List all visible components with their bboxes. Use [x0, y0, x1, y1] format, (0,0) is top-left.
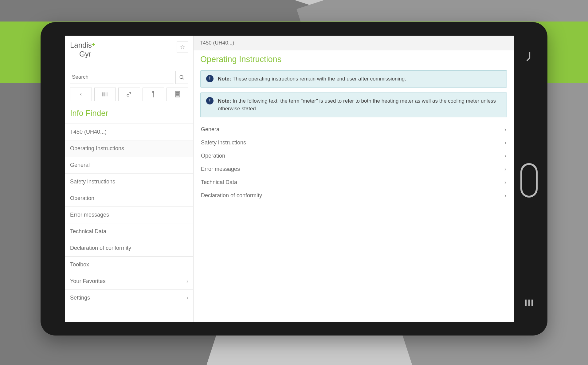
search-input[interactable]: [70, 71, 174, 84]
svg-rect-4: [104, 92, 104, 96]
barcode-button[interactable]: [94, 88, 116, 101]
svg-rect-3: [103, 92, 103, 96]
flashlight-button[interactable]: [143, 88, 164, 101]
search-button[interactable]: [175, 71, 188, 84]
link-technical-data[interactable]: Technical Data›: [200, 176, 507, 189]
chevron-right-icon: ›: [504, 166, 506, 172]
sidebar: Landis+ Gyr ☆: [65, 36, 194, 322]
brand-line1: Landis: [70, 41, 92, 49]
nav-t450[interactable]: T450 (UH40...): [65, 124, 193, 140]
svg-rect-6: [106, 92, 106, 96]
link-declaration[interactable]: Declaration of conformity›: [200, 189, 507, 202]
link-errors[interactable]: Error messages›: [200, 163, 507, 176]
chevron-right-icon: ›: [504, 139, 506, 146]
tablet-back-icon[interactable]: [525, 51, 533, 62]
toolbar: [65, 84, 193, 107]
nav-error-messages[interactable]: Error messages: [65, 206, 193, 223]
svg-rect-2: [102, 92, 103, 96]
note-2: ! Note: In the following text, the term …: [200, 92, 507, 117]
satellite-button[interactable]: [118, 88, 140, 101]
nav-general[interactable]: General: [65, 157, 193, 173]
back-button[interactable]: [70, 88, 92, 101]
svg-rect-20: [525, 300, 527, 306]
nav-safety[interactable]: Safety instructions: [65, 173, 193, 190]
tablet-home-button[interactable]: [520, 163, 538, 198]
chevron-right-icon: ›: [186, 278, 188, 285]
star-icon: ☆: [180, 44, 185, 50]
svg-point-18: [177, 96, 178, 96]
tablet-hardware-buttons: [520, 22, 538, 336]
link-safety[interactable]: Safety instructions›: [200, 136, 507, 149]
svg-rect-22: [531, 300, 533, 306]
nav-operating-instructions[interactable]: Operating Instructions: [65, 140, 193, 157]
note-label: Note:: [218, 76, 231, 82]
section-links: General› Safety instructions› Operation›…: [200, 123, 507, 202]
brand-line2: Gyr: [78, 49, 91, 59]
main-panel: T450 (UH40...) Operating Instructions ! …: [194, 36, 514, 322]
svg-rect-21: [528, 300, 530, 306]
nav-toolbox[interactable]: Toolbox: [65, 256, 193, 273]
nav-operation[interactable]: Operation: [65, 190, 193, 206]
note-1: ! Note: These operating instructions rem…: [200, 70, 507, 88]
nav-settings[interactable]: Settings ›: [65, 289, 193, 306]
tablet-recent-icon[interactable]: [525, 299, 533, 306]
svg-point-16: [178, 94, 179, 95]
info-icon: !: [206, 97, 214, 104]
svg-rect-10: [152, 91, 154, 92]
chevron-left-icon: [79, 92, 83, 96]
svg-marker-11: [152, 92, 154, 97]
note-2-text: In the following text, the term "meter" …: [218, 98, 496, 112]
satellite-icon: [126, 91, 132, 97]
svg-rect-5: [105, 92, 105, 96]
app-screen: Landis+ Gyr ☆: [65, 36, 514, 322]
svg-rect-7: [107, 92, 107, 96]
chevron-right-icon: ›: [186, 295, 188, 301]
svg-point-17: [176, 96, 177, 96]
barcode-icon: [102, 92, 108, 97]
svg-line-1: [182, 78, 184, 79]
nav-declaration[interactable]: Declaration of conformity: [65, 240, 193, 256]
breadcrumb[interactable]: T450 (UH40...): [194, 36, 514, 50]
svg-point-14: [176, 94, 177, 95]
svg-rect-13: [176, 92, 179, 93]
info-icon: !: [206, 75, 214, 82]
sidebar-title: Info Finder: [65, 107, 193, 124]
brand-logo: Landis+ Gyr: [70, 41, 95, 59]
link-general[interactable]: General›: [200, 123, 507, 136]
search-icon: [179, 75, 185, 80]
nav-favorites[interactable]: Your Favorites ›: [65, 273, 193, 289]
note-1-text: These operating instructions remain with…: [233, 76, 406, 82]
nav-technical-data[interactable]: Technical Data: [65, 223, 193, 240]
calculator-icon: [175, 91, 180, 97]
svg-point-0: [180, 75, 183, 79]
link-operation[interactable]: Operation›: [200, 149, 507, 163]
calculator-button[interactable]: [167, 88, 188, 101]
page-title: Operating Instructions: [200, 55, 507, 64]
chevron-right-icon: ›: [504, 126, 506, 133]
svg-point-9: [130, 92, 131, 93]
svg-point-19: [178, 96, 179, 96]
note-label: Note:: [218, 98, 231, 104]
flashlight-icon: [151, 91, 155, 97]
svg-point-15: [177, 94, 178, 95]
chevron-right-icon: ›: [504, 192, 506, 199]
chevron-right-icon: ›: [504, 153, 506, 159]
favorite-button[interactable]: ☆: [177, 41, 188, 53]
chevron-right-icon: ›: [504, 179, 506, 186]
tablet-frame: Landis+ Gyr ☆: [41, 22, 547, 336]
svg-point-8: [127, 94, 129, 96]
